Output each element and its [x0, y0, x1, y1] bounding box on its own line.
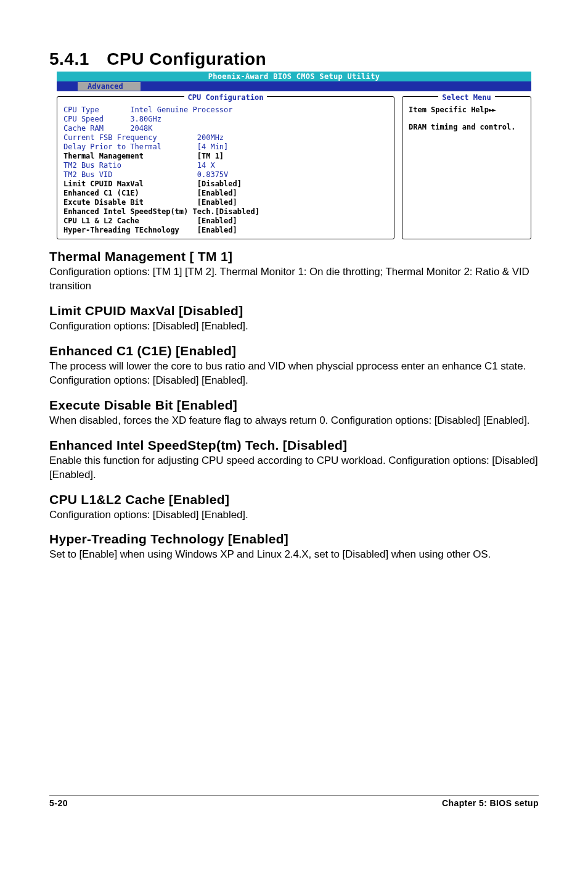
chapter-label: Chapter 5: BIOS setup	[442, 798, 539, 808]
text-eist: Enable this function for adjusting CPU s…	[49, 454, 539, 482]
bios-setting-row: TM2 Bus VID 0.8375V	[63, 170, 388, 179]
bios-menu-bar: Advanced	[57, 81, 531, 91]
page-footer: 5-20 Chapter 5: BIOS setup	[49, 795, 539, 808]
heading-exec: Execute Disable Bit [Enabled]	[49, 398, 539, 413]
bios-setting-row: Current FSB Frequency 200MHz	[63, 133, 388, 142]
bios-setting-row: CPU Type Intel Genuine Processor	[63, 105, 388, 115]
bios-setting-row: Excute Disable Bit [Enabled]	[63, 198, 388, 207]
text-thermal: Configuration options: [TM 1] [TM 2]. Th…	[49, 265, 539, 294]
bios-setting-row: CPU L1 & L2 Cache [Enabled]	[63, 217, 388, 226]
text-c1e: The process will lower the core to bus r…	[49, 360, 539, 388]
bios-help-line1: Item Specific Help►►	[409, 105, 525, 115]
bios-setting-row: TM2 Bus Ratio 14 X	[63, 161, 388, 170]
bios-help-title: Select Menu	[438, 93, 494, 102]
bios-help-line2: DRAM timing and control.	[409, 123, 525, 133]
arrow-icon: ►►	[489, 105, 495, 114]
text-cache: Configuration options: [Disabled] [Enabl…	[49, 508, 539, 522]
text-limit: Configuration options: [Disabled] [Enabl…	[49, 320, 539, 334]
bios-tab-advanced: Advanced	[78, 82, 141, 91]
heading-cache: CPU L1&L2 Cache [Enabled]	[49, 492, 539, 507]
bios-setting-row: Limit CPUID MaxVal [Disabled]	[63, 179, 388, 189]
heading-eist: Enhanced Intel SpeedStep(tm) Tech. [Disa…	[49, 438, 539, 453]
bios-setting-row: Enhanced Intel SpeedStep(tm) Tech.[Disab…	[63, 207, 388, 217]
text-exec: When disabled, forces the XD feature fla…	[49, 414, 539, 428]
bios-help-panel: Select Menu Item Specific Help►► DRAM ti…	[402, 96, 531, 239]
bios-setting-row: Delay Prior to Thermal [4 Min]	[63, 142, 388, 152]
bios-title-bar: Phoenix-Award BIOS CMOS Setup Utility	[57, 72, 531, 81]
section-heading: 5.4.1 CPU Configuration	[49, 49, 539, 69]
bios-panel-title: CPU Configuration	[184, 93, 267, 102]
bios-setting-row: Enhanced C1 (C1E) [Enabled]	[63, 189, 388, 198]
heading-thermal: Thermal Management [ TM 1]	[49, 249, 539, 264]
bios-screenshot: Phoenix-Award BIOS CMOS Setup Utility Ad…	[57, 72, 531, 239]
heading-c1e: Enhanced C1 (C1E) [Enabled]	[49, 344, 539, 358]
bios-setting-row: CPU Speed 3.80GHz	[63, 115, 388, 124]
text-ht: Set to [Enable] when using Windows XP an…	[49, 548, 539, 562]
bios-setting-row: Hyper-Threading TEchnology [Enabled]	[63, 226, 388, 235]
heading-limit: Limit CPUID MaxVal [Disabled]	[49, 303, 539, 318]
bios-setting-row: Thermal Management [TM 1]	[63, 152, 388, 161]
bios-main-panel: CPU Configuration CPU Type Intel Genuine…	[57, 96, 394, 239]
heading-ht: Hyper-Treading Technology [Enabled]	[49, 532, 539, 547]
bios-setting-row: Cache RAM 2048K	[63, 124, 388, 133]
page-number: 5-20	[49, 798, 68, 808]
